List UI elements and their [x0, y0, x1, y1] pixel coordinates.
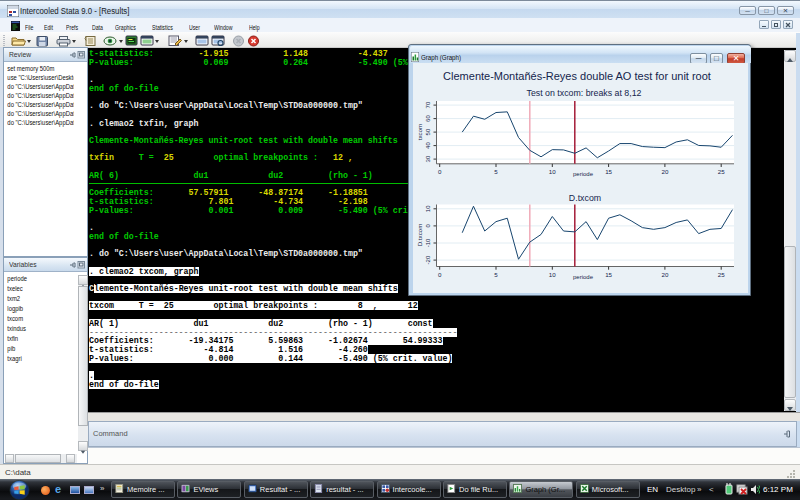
svg-text:15: 15	[605, 168, 612, 175]
svg-text:25: 25	[718, 168, 725, 175]
svg-text:40: 40	[425, 142, 431, 149]
svg-text:10: 10	[549, 168, 556, 175]
svg-text:30: 30	[425, 155, 431, 162]
svg-text:25: 25	[718, 271, 725, 278]
svg-text:Test on txcom: breaks at 8,12: Test on txcom: breaks at 8,12	[527, 88, 642, 98]
svg-text:20: 20	[661, 168, 668, 175]
svg-text:D.txcom: D.txcom	[569, 193, 601, 203]
svg-text:15: 15	[605, 271, 612, 278]
svg-text:70: 70	[425, 101, 431, 108]
svg-text:periode: periode	[573, 274, 594, 280]
svg-text:0: 0	[438, 168, 442, 175]
svg-text:0: 0	[425, 224, 431, 228]
svg-text:-20: -20	[425, 255, 431, 264]
svg-text:10: 10	[549, 271, 556, 278]
svg-text:Clemente-Montañés-Reyes double: Clemente-Montañés-Reyes double AO test f…	[443, 70, 711, 82]
svg-text:50: 50	[425, 128, 431, 135]
svg-text:60: 60	[425, 115, 431, 122]
svg-text:periode: periode	[573, 171, 594, 177]
svg-text:5: 5	[494, 168, 498, 175]
svg-text:-10: -10	[425, 238, 431, 247]
svg-text:D.txcom: D.txcom	[416, 224, 423, 247]
svg-text:10: 10	[425, 205, 431, 212]
svg-text:0: 0	[438, 271, 442, 278]
svg-text:20: 20	[661, 271, 668, 278]
svg-text:txcom: txcom	[416, 124, 423, 141]
svg-text:5: 5	[494, 271, 498, 278]
